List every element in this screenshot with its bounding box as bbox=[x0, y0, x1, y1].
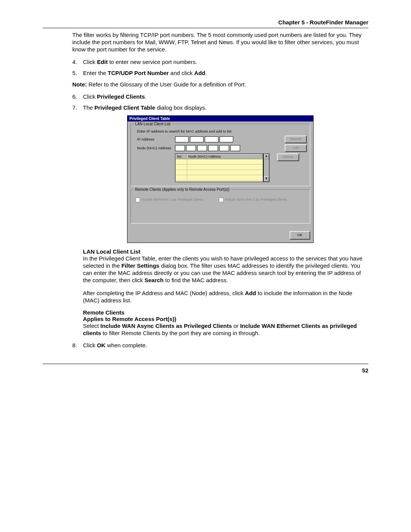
lan-para-1: In the Privileged Client Table, enter th… bbox=[83, 255, 368, 284]
lan-section: LAN Local Client List In the Privileged … bbox=[83, 248, 368, 304]
remote-section-title-2: Applies to Remote Access Port(s)) bbox=[83, 316, 176, 322]
step-4: 4. Click Edit to enter new service port … bbox=[72, 59, 368, 65]
group-remote-title: Remote Clients (Applies only to Remote A… bbox=[134, 187, 231, 192]
header-rule bbox=[43, 28, 368, 28]
delete-button[interactable]: Delete bbox=[277, 153, 299, 161]
remote-para: Select Include WAN Async Clients as Priv… bbox=[83, 322, 368, 337]
lan-section-title: LAN Local Client List bbox=[83, 248, 140, 255]
col-no: No. bbox=[175, 154, 187, 159]
remote-section: Remote Clients Applies to Remote Access … bbox=[83, 309, 368, 337]
step-5: 5. Enter the TCP/UDP Port Number and cli… bbox=[72, 70, 368, 76]
note: Note: Refer to the Glossary of the User … bbox=[72, 81, 368, 88]
mac-table[interactable]: No. Node (MAC) Address bbox=[175, 153, 263, 182]
group-remote: Remote Clients (Applies only to Remote A… bbox=[131, 189, 310, 224]
scroll-up-icon[interactable]: ▲ bbox=[264, 154, 269, 159]
step-6: 6. Click Privileged Clients. bbox=[72, 93, 368, 100]
page-number: 52 bbox=[43, 367, 368, 374]
dialog-hint: Enter IP address to search for MAC addre… bbox=[137, 129, 307, 133]
mac-address-input[interactable] bbox=[175, 145, 240, 151]
col-mac: Node (MAC) Address bbox=[187, 154, 263, 159]
dialog-screenshot: Privileged Client Table LAN Local Client… bbox=[127, 115, 314, 243]
page-header: Chapter 5 - RouteFinder Manager bbox=[43, 19, 368, 26]
group-lan-title: LAN Local Client List bbox=[134, 122, 172, 126]
search-button[interactable]: Search bbox=[285, 136, 307, 143]
ok-button[interactable]: OK bbox=[290, 231, 310, 240]
scrollbar[interactable]: ▲ ▼ bbox=[263, 153, 269, 182]
table-row bbox=[175, 159, 263, 165]
add-button[interactable]: Add bbox=[285, 144, 307, 152]
table-row bbox=[175, 165, 263, 170]
step-7: 7. The Privileged Client Table dialog bo… bbox=[72, 104, 368, 111]
label-mac: Node (MAC) Address bbox=[134, 146, 175, 150]
table-row bbox=[175, 170, 263, 175]
checkbox-wan1[interactable]: Include WAN Port 1 as Privileged Clients bbox=[135, 198, 204, 202]
table-row bbox=[175, 175, 263, 181]
footer-rule bbox=[43, 364, 368, 364]
intro-paragraph: The filter works by filtering TCP/IP por… bbox=[72, 31, 368, 53]
ip-address-input[interactable] bbox=[175, 136, 233, 142]
label-ip: IP Address bbox=[134, 137, 175, 141]
dialog-titlebar: Privileged Client Table bbox=[127, 116, 313, 121]
step-8: 8. Click OK when complete. bbox=[72, 342, 368, 348]
scroll-down-icon[interactable]: ▼ bbox=[264, 176, 269, 182]
checkbox-wan2[interactable]: Include WAN Port 2 as Privileged Clients bbox=[219, 198, 287, 202]
group-lan: LAN Local Client List Enter IP address t… bbox=[131, 124, 310, 186]
remote-section-title-1: Remote Clients bbox=[83, 309, 124, 316]
lan-para-2: After completing the IP Address and MAC … bbox=[83, 289, 368, 304]
